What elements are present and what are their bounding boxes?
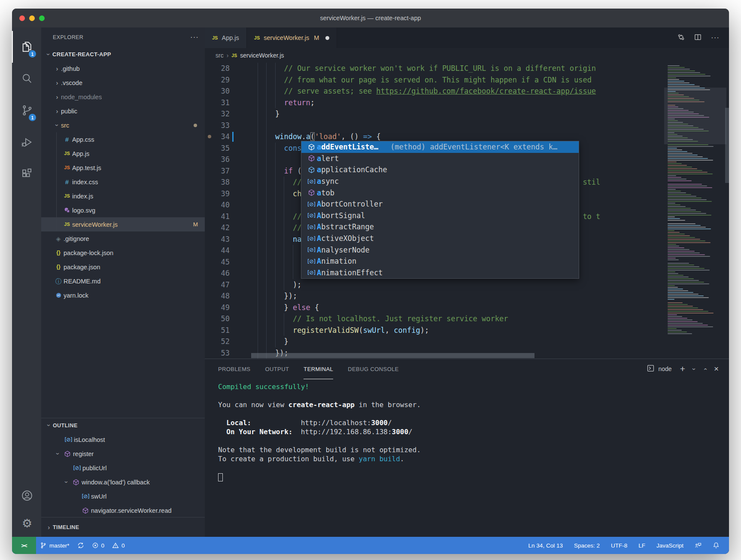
status-lf-item[interactable]: LF <box>635 537 649 554</box>
indent-guide <box>56 132 57 146</box>
tree-item-logo.svg[interactable]: logo.svg <box>41 203 205 217</box>
suggestion-AbstractRange[interactable]: [⊘]AbstractRange <box>301 221 579 233</box>
suggestion-addEventListe-[interactable]: addEventListe…(method) addEventListener<… <box>301 141 579 153</box>
activity-run-debug-button[interactable] <box>12 126 41 158</box>
breadcrumb[interactable]: src›JSserviceWorker.js <box>205 48 729 63</box>
function-symbol-icon <box>70 479 82 486</box>
timeline-section-header[interactable]: › TIMELINE <box>41 517 205 537</box>
activity-search-button[interactable] <box>12 63 41 94</box>
tab-App.js[interactable]: JSApp.js <box>205 27 247 48</box>
close-window-button[interactable] <box>19 15 25 21</box>
terminal-shell-name[interactable]: node <box>658 365 671 372</box>
tree-item-serviceWorker.js[interactable]: JSserviceWorker.jsM <box>41 217 205 231</box>
activity-explorer-button[interactable]: 1 <box>12 31 41 63</box>
suggestion-applicationCache[interactable]: applicationCache <box>301 164 579 176</box>
outline-item-isLocalhost[interactable]: [⊘]isLocalhost <box>41 432 205 447</box>
status-bell-item[interactable] <box>709 537 723 554</box>
status-master-item[interactable]: master* <box>36 537 73 554</box>
terminal-output[interactable]: Compiled successfully!You can now view c… <box>205 379 729 537</box>
terminal-dropdown-icon[interactable]: › <box>691 368 698 370</box>
vertical-scrollbar[interactable] <box>725 108 729 183</box>
horizontal-scrollbar[interactable] <box>251 353 534 358</box>
bell-icon <box>713 542 720 549</box>
suggestion-alert[interactable]: alert <box>301 153 579 164</box>
tree-item-App.js[interactable]: JSApp.js <box>41 146 205 161</box>
status-feedback-item[interactable] <box>691 537 705 554</box>
outline-item-register[interactable]: ›register <box>41 447 205 461</box>
tab-label: serviceWorker.js <box>264 34 309 41</box>
maximize-panel-button[interactable]: › <box>701 368 708 370</box>
suggestion-AbortController[interactable]: [⊘]AbortController <box>301 198 579 210</box>
panel-tab-problems[interactable]: PROBLEMS <box>218 359 250 379</box>
git-modified-badge: M <box>193 221 198 228</box>
status-0-item[interactable]: 0 <box>88 537 109 554</box>
outline-section-header[interactable]: › OUTLINE <box>41 418 205 432</box>
status-utf-8-item[interactable]: UTF-8 <box>607 537 631 554</box>
status-javascript-item[interactable]: JavaScript <box>653 537 687 554</box>
outline-item-swUrl[interactable]: [⊘]swUrl <box>41 489 205 503</box>
suggestion-AnimationEffect[interactable]: [⊘]AnimationEffect <box>301 267 579 279</box>
code-editor[interactable]: 28 // Our service worker won't work if P… <box>205 63 729 359</box>
status-sync-item[interactable] <box>73 537 88 554</box>
status-spaces--2-item[interactable]: Spaces: 2 <box>571 537 603 554</box>
tree-item-.gitignore[interactable]: ◈.gitignore <box>41 231 205 246</box>
panel-tab-debug-console[interactable]: DEBUG CONSOLE <box>348 359 399 379</box>
code-line-51: 51 registerValidSW(swUrl, config); <box>205 325 729 336</box>
tab-serviceWorker.js[interactable]: JSserviceWorker.jsM <box>247 27 337 48</box>
suggestion-ActiveXObject[interactable]: [⊘]ActiveXObject <box>301 233 579 244</box>
suggestion-AbortSignal[interactable]: [⊘]AbortSignal <box>301 210 579 222</box>
tree-item-public[interactable]: ›public <box>41 104 205 118</box>
suggestion-atob[interactable]: atob <box>301 187 579 198</box>
status-bar: ><master*00Ln 34, Col 13Spaces: 2UTF-8LF… <box>12 537 729 554</box>
tree-item-package-lock.json[interactable]: {}package-lock.json <box>41 246 205 260</box>
explorer-more-actions-icon[interactable]: ··· <box>190 33 199 42</box>
status-remote-item[interactable]: >< <box>12 537 36 554</box>
activity-account-button[interactable] <box>12 482 41 509</box>
activity-source-control-button[interactable]: 1 <box>12 94 41 126</box>
yarn-file-icon <box>53 292 64 298</box>
variable-symbol-icon: [⊘] <box>306 178 317 185</box>
activity-settings-button[interactable]: ⚙ <box>12 509 41 537</box>
status-ln-34--col-13-item[interactable]: Ln 34, Col 13 <box>525 537 566 554</box>
tree-item-src[interactable]: ›src <box>41 118 205 132</box>
minimize-window-button[interactable] <box>29 15 35 21</box>
panel-tab-terminal[interactable]: TERMINAL <box>304 359 333 379</box>
tree-item-CREATE-REACT-APP[interactable]: ›CREATE-REACT-APP <box>41 47 205 61</box>
terminal-line: On Your Network: http://192.168.86.138:3… <box>218 427 729 436</box>
suggestion-AnalyserNode[interactable]: [⊘]AnalyserNode <box>301 244 579 256</box>
js-file-icon: JS <box>62 222 72 227</box>
zoom-window-button[interactable] <box>39 15 45 21</box>
status-0-item[interactable]: 0 <box>108 537 129 554</box>
suggestion-Animation[interactable]: [⊘]Animation <box>301 256 579 267</box>
line-number: 49 <box>212 302 230 313</box>
tree-item-yarn.lock[interactable]: yarn.lock <box>41 288 205 302</box>
new-terminal-button[interactable]: + <box>680 364 685 374</box>
tree-item-App.css[interactable]: #App.css <box>41 132 205 146</box>
code-line-52: 52 } <box>205 336 729 347</box>
tree-item-package.json[interactable]: {}package.json <box>41 260 205 274</box>
readme-info-icon: ⓘ <box>53 278 64 284</box>
tree-item-index.js[interactable]: JSindex.js <box>41 189 205 203</box>
activity-extensions-button[interactable] <box>12 158 41 190</box>
breadcrumb-item[interactable]: src <box>216 52 224 59</box>
outline-item-publicUrl[interactable]: [⊘]publicUrl <box>41 461 205 475</box>
tree-item-.vscode[interactable]: ›.vscode <box>41 76 205 90</box>
tree-item-README.md[interactable]: ⓘREADME.md <box>41 274 205 288</box>
minimap-slider[interactable] <box>664 88 726 144</box>
tree-item-.github[interactable]: ›.github <box>41 61 205 76</box>
tree-item-App.test.js[interactable]: JSApp.test.js <box>41 161 205 175</box>
more-actions-button[interactable]: ··· <box>711 33 720 42</box>
autocomplete-popup[interactable]: addEventListe…(method) addEventListener<… <box>301 141 579 279</box>
split-editor-button[interactable] <box>694 33 702 43</box>
minimap[interactable] <box>664 63 726 359</box>
breadcrumb-item[interactable]: serviceWorker.js <box>240 52 284 59</box>
outline-item-navigator.serviceWorker.read[interactable]: navigator.serviceWorker.read <box>41 503 205 517</box>
panel-tab-output[interactable]: OUTPUT <box>265 359 289 379</box>
suggestion-async[interactable]: [⊘]async <box>301 176 579 187</box>
open-changes-button[interactable] <box>677 33 685 43</box>
tree-item-index.css[interactable]: #index.css <box>41 175 205 189</box>
close-panel-button[interactable]: × <box>714 364 719 374</box>
tree-item-node_modules[interactable]: ›node_modules <box>41 90 205 104</box>
title-bar[interactable]: serviceWorker.js — create-react-app <box>12 9 729 27</box>
outline-item-window.a--load---callback[interactable]: ›window.a('load') callback <box>41 475 205 489</box>
